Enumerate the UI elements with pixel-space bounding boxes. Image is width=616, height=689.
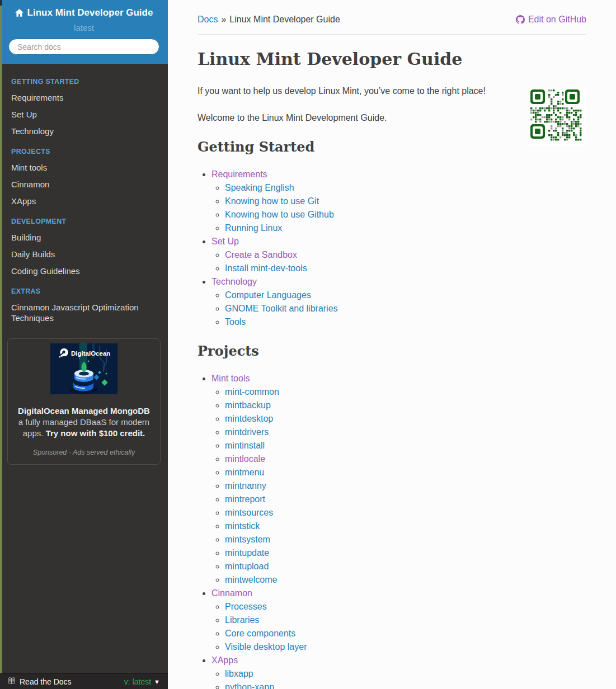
toc-link[interactable]: python-xapp	[225, 682, 274, 689]
toc-link[interactable]: mintlocale	[225, 454, 265, 464]
sidebar-item-technology[interactable]: Technology	[0, 122, 168, 139]
sidebar-item-cinnamon[interactable]: Cinnamon	[0, 176, 168, 192]
toc-link[interactable]: mintdrivers	[225, 427, 269, 437]
sidebar-item-set-up[interactable]: Set Up	[0, 106, 168, 122]
toc-link[interactable]: Computer Languages	[225, 290, 311, 300]
toc-link[interactable]: Requirements	[211, 169, 267, 179]
toc-link[interactable]: XApps	[211, 655, 238, 665]
toc-subitem: mintwelcome	[225, 573, 586, 587]
search-input[interactable]	[8, 39, 159, 55]
toc-subitem: mintlocale	[225, 452, 586, 466]
toc-subitem: mintdesktop	[225, 412, 586, 426]
home-icon	[15, 9, 23, 17]
toc-subitem: Computer Languages	[225, 289, 586, 302]
ad-text: DigitalOcean Managed MongoDB a fully man…	[13, 405, 154, 439]
toc-link[interactable]: Knowing how to use Git	[225, 196, 319, 206]
toc-link[interactable]: mintdesktop	[225, 414, 273, 423]
svg-text:DigitalOcean: DigitalOcean	[71, 350, 110, 357]
readthedocs-footer[interactable]: Read the Docs v: latest ▼	[0, 673, 168, 689]
sidebar: Linux Mint Developer Guide latest GETTIN…	[0, 0, 168, 689]
toc-link[interactable]: Tools	[225, 317, 246, 327]
toc-link[interactable]: mintreport	[225, 494, 265, 504]
toc-link[interactable]: mintsources	[225, 508, 273, 517]
toc-link[interactable]: mintstick	[225, 521, 260, 531]
toc-link[interactable]: libxapp	[225, 669, 253, 678]
toc-subitem: Core components	[225, 627, 586, 640]
toc-subitem: mintnanny	[225, 479, 586, 493]
toc-link[interactable]: Cinnamon	[211, 588, 252, 598]
toc-link[interactable]: Libraries	[225, 615, 259, 625]
version-label: latest	[6, 23, 162, 32]
ad-headline-bold: DigitalOcean Managed MongoDB	[18, 406, 150, 416]
toc-link[interactable]: mint-common	[225, 387, 279, 397]
toc-link[interactable]: mintupload	[225, 561, 269, 571]
breadcrumb-docs-link[interactable]: Docs	[198, 15, 218, 24]
toc-sublist: libxapppython-xapp	[211, 667, 586, 689]
toc-link[interactable]: Core components	[225, 629, 295, 638]
toc-subitem: Processes	[225, 600, 586, 614]
toc-link[interactable]: mintinstall	[225, 441, 265, 450]
breadcrumb-divider	[198, 34, 586, 35]
ad-headline-cta: Try now with $100 credit.	[46, 428, 145, 438]
toc-link[interactable]: Running Linux	[225, 223, 282, 233]
toc-subitem: Create a Sandbox	[225, 248, 586, 262]
toc-link[interactable]: Mint tools	[211, 374, 250, 383]
readthedocs-brand: Read the Docs	[8, 677, 72, 686]
toc-link[interactable]: Visible desktop layer	[225, 642, 307, 652]
sidebar-item-building[interactable]: Building	[0, 229, 168, 246]
nav-caption: GETTING STARTED	[0, 69, 168, 89]
page-title: Linux Mint Developer Guide	[198, 49, 586, 69]
toc-link[interactable]: Set Up	[211, 237, 239, 246]
nav-caption: PROJECTS	[0, 139, 168, 159]
toc-link[interactable]: Speaking English	[225, 183, 294, 192]
toc-item: CinnamonProcessesLibrariesCore component…	[211, 587, 586, 654]
ad-sponsored-note: Sponsored · Ads served ethically	[13, 449, 154, 456]
sidebar-item-mint-tools[interactable]: Mint tools	[0, 159, 168, 176]
digitalocean-ad-image: DigitalOcean	[50, 343, 117, 394]
sidebar-item-requirements[interactable]: Requirements	[0, 89, 168, 106]
sidebar-nav: GETTING STARTEDRequirementsSet UpTechnol…	[0, 64, 168, 326]
toc-subitem: Libraries	[225, 614, 586, 627]
project-home-link[interactable]: Linux Mint Developer Guide	[15, 7, 153, 18]
toc-link[interactable]: Processes	[225, 602, 267, 611]
toc-item: RequirementsSpeaking EnglishKnowing how …	[211, 168, 586, 235]
toc-subitem: mintsources	[225, 506, 586, 520]
sidebar-item-cinnamon-javascript-optimization-techniques[interactable]: Cinnamon Javascript Optimization Techniq…	[0, 299, 168, 326]
toc-link[interactable]: Knowing how to use Github	[225, 210, 334, 219]
toc-item: XAppslibxapppython-xapp	[211, 654, 586, 689]
sidebar-item-coding-guidelines[interactable]: Coding Guidelines	[0, 262, 168, 279]
toc-sublist: Speaking EnglishKnowing how to use GitKn…	[211, 181, 586, 235]
toc-link[interactable]: Create a Sandbox	[225, 250, 297, 259]
breadcrumb: Docs»Linux Mint Developer Guide	[198, 15, 340, 25]
toc-link[interactable]: mintbackup	[225, 400, 271, 410]
breadcrumb-separator: »	[221, 15, 226, 24]
toc-subitem: mint-common	[225, 385, 586, 399]
toc-link[interactable]: GNOME Toolkit and libraries	[225, 304, 338, 313]
toc-link[interactable]: mintupdate	[225, 548, 269, 558]
version-switcher[interactable]: v: latest ▼	[124, 677, 160, 686]
toc-sublist: mint-commonmintbackupmintdesktopmintdriv…	[211, 385, 586, 587]
toc-link[interactable]: mintmenu	[225, 468, 264, 477]
toc-item: Mint toolsmint-commonmintbackupmintdeskt…	[211, 372, 586, 587]
toc-subitem: libxapp	[225, 667, 586, 681]
sidebar-header: Linux Mint Developer Guide latest	[0, 0, 168, 64]
toc-subitem: Speaking English	[225, 181, 586, 195]
toc-link[interactable]: mintsystem	[225, 535, 270, 544]
book-icon	[8, 677, 16, 686]
toc-list: RequirementsSpeaking EnglishKnowing how …	[198, 168, 586, 329]
toc-link[interactable]: mintnanny	[225, 481, 266, 490]
edit-on-github-link[interactable]: Edit on GitHub	[516, 15, 586, 25]
toc-subitem: mintmenu	[225, 466, 586, 479]
toc-subitem: mintreport	[225, 493, 586, 506]
toc-link[interactable]: Install mint-dev-tools	[225, 263, 307, 273]
nav-caption: DEVELOPMENT	[0, 209, 168, 229]
sponsor-ad[interactable]: DigitalOcean DigitalOcean Managed MongoD…	[7, 338, 161, 465]
section-heading: Projects	[198, 343, 586, 360]
sidebar-item-xapps[interactable]: XApps	[0, 192, 168, 209]
toc-sections: Getting StartedRequirementsSpeaking Engl…	[198, 139, 586, 689]
toc-link[interactable]: mintwelcome	[225, 575, 277, 584]
toc-link[interactable]: Technology	[211, 277, 257, 286]
toc-subitem: GNOME Toolkit and libraries	[225, 302, 586, 315]
toc-subitem: Knowing how to use Github	[225, 208, 586, 221]
sidebar-item-daily-builds[interactable]: Daily Builds	[0, 246, 168, 262]
